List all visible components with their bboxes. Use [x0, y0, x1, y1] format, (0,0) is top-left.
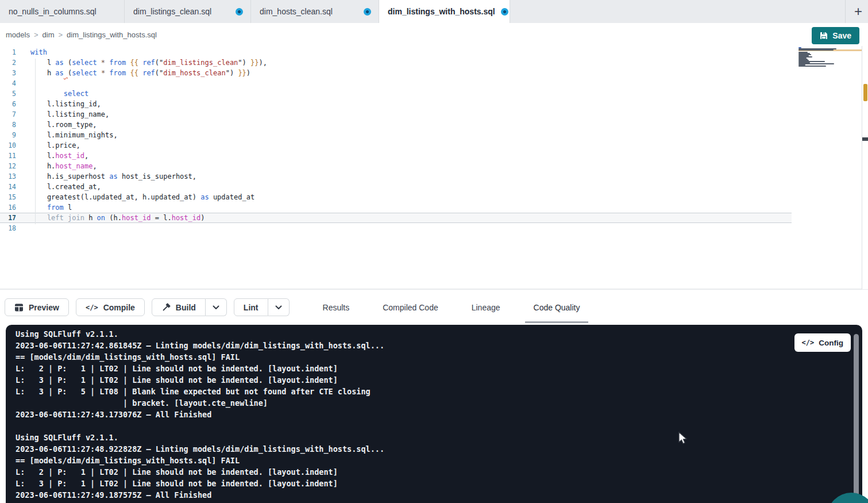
- terminal-line: == [models/dim/dim_listings_with_hosts.s…: [16, 455, 384, 466]
- build-dropdown-button[interactable]: [206, 298, 227, 316]
- save-button[interactable]: Save: [812, 27, 859, 44]
- line-number: 17: [0, 213, 16, 223]
- compile-label: Compile: [103, 303, 135, 312]
- terminal-scrollbar[interactable]: [854, 334, 859, 503]
- code-line: 11 l.host_id,: [0, 151, 862, 161]
- terminal-line: 2023-06-06T11:27:42.861845Z — Linting mo…: [16, 340, 384, 351]
- code-icon: </>: [802, 339, 815, 347]
- chevron-down-icon: [275, 305, 282, 310]
- editor-tab[interactable]: dim_listings_with_hosts.sql: [379, 0, 510, 23]
- code-text: l.room_type,: [30, 120, 97, 130]
- line-number: 6: [0, 99, 16, 109]
- build-button[interactable]: Build: [152, 298, 206, 316]
- lint-split-button: Lint: [234, 298, 290, 316]
- breadcrumb-item[interactable]: models: [6, 30, 30, 39]
- code-line: 1with: [0, 47, 862, 57]
- preview-button[interactable]: Preview: [5, 298, 69, 316]
- lint-label: Lint: [244, 303, 259, 312]
- floppy-disk-icon: [820, 32, 828, 40]
- terminal-output: Using SQLFluff v2.1.1.2023-06-06T11:27:4…: [16, 328, 384, 501]
- chevron-down-icon: [213, 305, 219, 310]
- lint-dropdown-button[interactable]: [268, 298, 290, 316]
- minimap-line: [798, 49, 834, 51]
- code-line: 4: [0, 78, 862, 89]
- line-number: 7: [0, 109, 16, 120]
- breadcrumb-item[interactable]: dim_listings_with_hosts.sql: [67, 30, 157, 39]
- breadcrumb: models>dim>dim_listings_with_hosts.sql: [0, 23, 868, 46]
- warning-marker: [863, 84, 867, 101]
- code-line: 6 l.listing_id,: [0, 99, 862, 109]
- code-text: h.is_superhost as host_is_superhost,: [30, 171, 196, 182]
- line-number: 13: [0, 171, 16, 182]
- code-text: with: [30, 47, 47, 57]
- line-number: 12: [0, 161, 16, 171]
- code-line: 12 h.host_name,: [0, 161, 862, 171]
- code-text: l.listing_name,: [30, 109, 109, 120]
- code-text: select: [30, 89, 88, 99]
- unsaved-changes-dot: [236, 8, 243, 16]
- line-number: 8: [0, 120, 16, 130]
- panel-tab-lineage[interactable]: Lineage: [465, 301, 507, 314]
- code-line: 17 left join h on (h.host_id = l.host_id…: [0, 213, 792, 223]
- line-number: 4: [0, 78, 16, 89]
- editor-tab[interactable]: dim_hosts_clean.sql: [251, 0, 379, 23]
- editor-tab[interactable]: dim_listings_clean.sql: [125, 0, 251, 23]
- hammer-icon: [161, 303, 171, 312]
- minimap-line: [798, 66, 826, 67]
- terminal-line: 2023-06-06T11:27:43.173076Z — All Finish…: [16, 409, 384, 420]
- terminal-line: 2023-06-06T11:27:48.922828Z — Linting mo…: [16, 443, 384, 455]
- code-text: h as (select * from {{ ref("dim_hosts_cl…: [30, 68, 250, 78]
- line-number: 16: [0, 202, 16, 213]
- code-text: l.host_id,: [30, 151, 88, 161]
- editor-minimap[interactable]: [798, 47, 862, 70]
- tab-label: dim_listings_clean.sql: [133, 7, 211, 16]
- terminal-line: [16, 420, 384, 432]
- save-button-label: Save: [832, 31, 851, 40]
- tab-label: dim_listings_with_hosts.sql: [388, 7, 495, 16]
- tab-label: dim_hosts_clean.sql: [260, 7, 333, 16]
- line-number: 2: [0, 57, 16, 68]
- tab-bar: no_nulls_in_columns.sqldim_listings_clea…: [0, 0, 868, 23]
- code-text: h.host_name,: [30, 161, 97, 171]
- panel-tabs: ResultsCompiled CodeLineageCode Quality: [316, 301, 587, 314]
- code-line: 2 l as (select * from {{ ref("dim_listin…: [0, 57, 862, 68]
- code-area: 1with2 l as (select * from {{ ref("dim_l…: [0, 47, 862, 233]
- compile-button[interactable]: </> Compile: [76, 298, 145, 316]
- code-icon: </>: [86, 304, 98, 312]
- code-editor[interactable]: 1with2 l as (select * from {{ ref("dim_l…: [0, 46, 862, 289]
- tab-label: no_nulls_in_columns.sql: [9, 7, 97, 16]
- terminal-line: 2023-06-06T11:27:49.187575Z — All Finish…: [16, 489, 384, 501]
- new-tab-button[interactable]: +: [848, 0, 868, 23]
- panel-tab-results[interactable]: Results: [316, 301, 357, 314]
- code-text: greatest(l.updated_at, h.updated_at) as …: [30, 192, 254, 202]
- tab-bar-divider: [845, 0, 846, 23]
- scroll-position-marker: [862, 137, 868, 141]
- code-line: 16 from l: [0, 202, 862, 213]
- code-text: left join h on (h.host_id = l.host_id): [30, 213, 205, 223]
- code-text: l.created_at,: [30, 182, 101, 192]
- panel-tab-compiled-code[interactable]: Compiled Code: [376, 301, 445, 314]
- config-label: Config: [819, 339, 843, 347]
- terminal-line: L: 2 | P: 1 | LT02 | Line should not be …: [16, 466, 384, 478]
- editor-tab[interactable]: no_nulls_in_columns.sql: [0, 0, 125, 23]
- breadcrumb-item[interactable]: dim: [43, 30, 55, 39]
- line-number: 11: [0, 151, 16, 161]
- line-number: 18: [0, 223, 16, 233]
- terminal-line: L: 2 | P: 1 | LT02 | Line should not be …: [16, 363, 384, 374]
- terminal-line: Using SQLFluff v2.1.1.: [16, 328, 384, 340]
- config-button[interactable]: </> Config: [794, 333, 851, 352]
- line-number: 9: [0, 130, 16, 140]
- code-line: 8 l.room_type,: [0, 120, 862, 130]
- code-text: from l: [30, 202, 72, 213]
- terminal-line: L: 3 | P: 1 | LT02 | Line should not be …: [16, 374, 384, 386]
- action-toolbar: Preview </> Compile Build Lint: [0, 289, 868, 325]
- panel-tab-code-quality[interactable]: Code Quality: [527, 301, 587, 314]
- unsaved-changes-dot: [501, 8, 508, 16]
- unsaved-changes-dot: [364, 8, 371, 16]
- mouse-cursor: [677, 432, 689, 446]
- code-text: l.price,: [30, 140, 80, 151]
- chevron-right-icon: >: [34, 30, 38, 39]
- preview-label: Preview: [29, 303, 59, 312]
- line-number: 5: [0, 89, 16, 99]
- lint-button[interactable]: Lint: [234, 298, 268, 316]
